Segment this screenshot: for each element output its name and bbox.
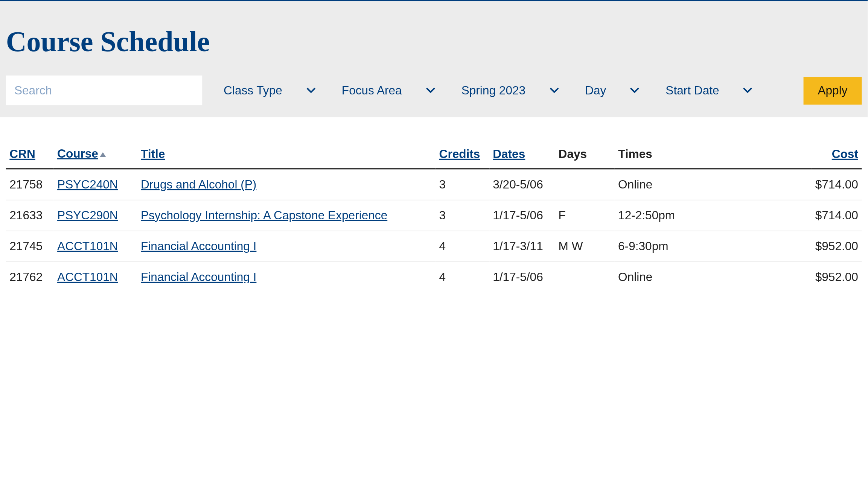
col-header-crn[interactable]: CRN — [9, 147, 35, 161]
term-dropdown[interactable]: Spring 2023 — [457, 77, 563, 103]
cell-title: Psychology Internship: A Capstone Experi… — [137, 200, 436, 231]
cell-days: F — [555, 200, 614, 231]
table-row: 21633PSYC290NPsychology Internship: A Ca… — [6, 200, 862, 231]
day-dropdown[interactable]: Day — [580, 77, 644, 103]
cell-crn: 21762 — [6, 262, 54, 283]
cell-days — [555, 262, 614, 283]
chevron-down-icon — [549, 86, 559, 95]
start-date-label: Start Date — [665, 84, 719, 97]
course-link[interactable]: ACCT101N — [57, 240, 118, 253]
table-row: 21762ACCT101NFinancial Accounting I41/17… — [6, 262, 862, 283]
chevron-down-icon — [743, 86, 752, 95]
apply-button[interactable]: Apply — [804, 76, 862, 104]
day-label: Day — [585, 84, 606, 97]
sort-asc-icon — [99, 147, 107, 161]
col-header-title[interactable]: Title — [141, 147, 165, 161]
chevron-down-icon — [426, 86, 435, 95]
cell-course: PSYC240N — [54, 169, 137, 200]
cell-title: Financial Accounting I — [137, 262, 436, 283]
cell-course: ACCT101N — [54, 262, 137, 283]
chevron-down-icon — [630, 86, 640, 95]
title-link[interactable]: Drugs and Alcohol (P) — [141, 178, 256, 191]
class-type-label: Class Type — [224, 84, 282, 97]
course-link[interactable]: PSYC240N — [57, 178, 118, 191]
title-link[interactable]: Financial Accounting I — [141, 270, 256, 283]
schedule-table-wrap: CRN Course Title Credits Dates Days Time… — [0, 117, 868, 283]
cell-crn: 21633 — [6, 200, 54, 231]
col-header-dates[interactable]: Dates — [493, 147, 525, 161]
filter-bar: Class Type Focus Area Spring 2023 Day St — [6, 76, 862, 105]
cell-crn: 21745 — [6, 231, 54, 262]
cell-credits: 4 — [436, 262, 489, 283]
cell-dates: 1/17-5/06 — [489, 200, 555, 231]
cell-dates: 3/20-5/06 — [489, 169, 555, 200]
col-header-times: Times — [618, 147, 652, 161]
search-input[interactable] — [6, 76, 202, 105]
col-header-days: Days — [559, 147, 587, 161]
col-header-cost[interactable]: Cost — [832, 147, 858, 161]
svg-marker-0 — [100, 152, 106, 157]
cell-cost: $714.00 — [812, 200, 862, 231]
header-band: Course Schedule Class Type Focus Area Sp… — [0, 1, 868, 117]
cell-times: Online — [615, 262, 812, 283]
cell-credits: 3 — [436, 200, 489, 231]
course-link[interactable]: ACCT101N — [57, 270, 118, 283]
cell-times: 12-2:50pm — [615, 200, 812, 231]
cell-times: Online — [615, 169, 812, 200]
cell-dates: 1/17-5/06 — [489, 262, 555, 283]
cell-course: ACCT101N — [54, 231, 137, 262]
cell-course: PSYC290N — [54, 200, 137, 231]
term-label: Spring 2023 — [461, 84, 525, 97]
focus-area-dropdown[interactable]: Focus Area — [337, 77, 440, 103]
title-link[interactable]: Psychology Internship: A Capstone Experi… — [141, 209, 387, 222]
cell-days — [555, 169, 614, 200]
course-link[interactable]: PSYC290N — [57, 209, 118, 222]
cell-credits: 4 — [436, 231, 489, 262]
cell-cost: $952.00 — [812, 231, 862, 262]
focus-area-label: Focus Area — [342, 84, 402, 97]
cell-title: Financial Accounting I — [137, 231, 436, 262]
table-row: 21758PSYC240NDrugs and Alcohol (P)33/20-… — [6, 169, 862, 200]
cell-title: Drugs and Alcohol (P) — [137, 169, 436, 200]
schedule-table: CRN Course Title Credits Dates Days Time… — [6, 141, 862, 283]
cell-dates: 1/17-3/11 — [489, 231, 555, 262]
title-link[interactable]: Financial Accounting I — [141, 240, 256, 253]
page-title: Course Schedule — [6, 1, 862, 76]
cell-crn: 21758 — [6, 169, 54, 200]
cell-credits: 3 — [436, 169, 489, 200]
class-type-dropdown[interactable]: Class Type — [219, 77, 320, 103]
table-row: 21745ACCT101NFinancial Accounting I41/17… — [6, 231, 862, 262]
col-header-credits[interactable]: Credits — [439, 147, 480, 161]
chevron-down-icon — [306, 86, 315, 95]
cell-cost: $952.00 — [812, 262, 862, 283]
start-date-dropdown[interactable]: Start Date — [661, 77, 757, 103]
cell-days: M W — [555, 231, 614, 262]
cell-times: 6-9:30pm — [615, 231, 812, 262]
cell-cost: $714.00 — [812, 169, 862, 200]
col-header-course[interactable]: Course — [57, 147, 98, 160]
